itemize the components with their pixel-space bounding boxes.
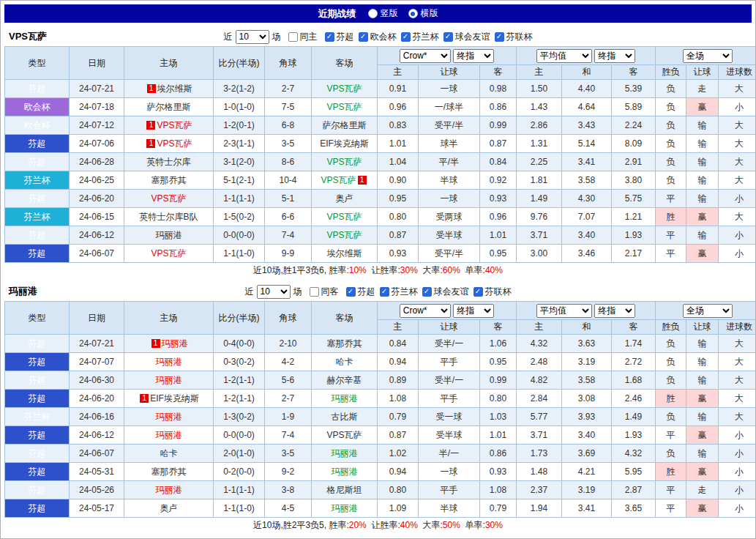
ah-time-select[interactable]: 终指 [453,304,494,318]
col-result-wdl: 胜负 [656,320,686,335]
team-label: 塞那乔其 [327,338,362,349]
result-overunder-cell: 大 [719,335,756,353]
away-team-cell: 奥卢 [312,190,378,208]
eu-source-select[interactable]: 平均值 [536,304,592,318]
eu-home-odds-cell: 1.43 [517,98,562,116]
corners-cell: 7-4 [265,426,312,445]
eu-away-odds-cell: 4.32 [612,445,656,463]
league-filter-checkbox[interactable]: 球会友谊 [422,286,469,298]
away-team-cell: 格尼斯坦 [312,481,378,499]
layout-radio[interactable]: 横版 [408,7,438,20]
home-team-cell: 哈卡 [124,445,214,463]
eu-away-odds-cell: 2.24 [612,116,656,135]
checkbox-icon [325,32,334,42]
result-wdl-cell: 平 [656,226,686,245]
scope-select[interactable]: 全场 [683,49,733,63]
ah-handicap-cell: 一/球半 [419,98,480,116]
eu-away-odds-cell: 1.74 [612,335,656,353]
match-count-select[interactable]: 10 [236,30,269,44]
result-handicap-cell: 赢 [686,208,719,226]
home-team-cell: VPS瓦萨 [124,190,214,208]
score-cell: 0-4(0-0) [214,335,265,353]
col-ah-handicap: 让球 [419,320,480,335]
match-row: 芬兰杯 24-06-16 玛丽港 1-3(0-2) 1-9 古比斯 0.79 受… [5,408,756,426]
score-cell: 1-2(0-1) [214,116,265,135]
score-cell: 1-1(1-0) [214,499,265,518]
league-cell: 芬超 [5,135,70,153]
page-title: 近期战绩 [318,7,356,21]
league-filter-checkbox[interactable]: 芬兰杯 [380,286,418,298]
eu-home-odds-cell: 1.31 [517,135,562,153]
col-away: 客场 [312,47,378,80]
league-cell: 欧会杯 [5,116,70,135]
ah-handicap-cell: 一球 [419,190,480,208]
match-count-select[interactable]: 10 [257,285,291,299]
red-card-badge: 1 [146,139,155,148]
league-filter-checkbox[interactable]: 芬联杯 [495,31,533,43]
result-handicap-cell: 赢 [686,245,719,263]
date-cell: 24-06-12 [70,226,124,245]
ah-home-odds-cell: 0.87 [378,226,419,245]
team-label: 格尼斯坦 [327,485,362,495]
page: 近期战绩 竖版 横版 VPS瓦萨 近 10 场 同主 芬超 欧会杯 芬兰杯 [0,0,756,539]
match-row: 芬超 24-06-12 玛丽港 0-0(0-0) 7-4 VPS瓦萨 0.87 … [5,226,756,245]
away-team-cell: VPS瓦萨1 [312,171,378,190]
league-filter-checkbox[interactable]: 芬兰杯 [401,31,439,43]
col-date: 日期 [70,47,124,80]
checkbox-label: 同客 [321,286,339,298]
result-handicap-cell: 输 [686,135,719,153]
league-filter-checkbox[interactable]: 芬联杯 [474,286,512,298]
scope-select[interactable]: 全场 [683,304,733,318]
bookmaker-select[interactable]: Crow* [400,304,451,318]
ah-time-select[interactable]: 终指 [453,49,494,63]
ah-handicap-cell: 受半球 [419,226,480,245]
eu-source-select[interactable]: 平均值 [536,49,592,63]
corners-cell: 3-5 [265,135,312,153]
league-cell: 芬超 [5,499,70,518]
home-team-cell: VPS瓦萨 [124,245,214,263]
league-filter-checkbox[interactable]: 球会友谊 [444,31,490,43]
team-label: 萨尔格里斯 [147,102,191,112]
team-label: 奥卢 [160,503,178,513]
team-label: VPS瓦萨 [326,430,362,440]
team-label: 玛丽港 [156,430,182,440]
result-overunder-cell: 大 [719,390,756,408]
league-cell: 芬超 [5,335,70,353]
match-row: 芬超 24-06-28 英特士尔库 3-1(2-0) 8-6 VPS瓦萨 1.0… [5,153,756,171]
eu-time-select[interactable]: 终指 [594,304,635,318]
ah-home-odds-cell: 1.01 [378,135,419,153]
bookmaker-select[interactable]: Crow* [400,49,451,63]
league-filter-checkbox[interactable]: 芬超 [346,286,375,298]
result-wdl-cell: 平 [656,190,686,208]
same-venue-checkbox[interactable]: 同主 [288,31,318,43]
col-date: 日期 [70,302,124,335]
ah-home-odds-cell: 1.09 [378,499,419,518]
league-cell: 欧会杯 [5,98,70,116]
eu-away-odds-cell: 5.39 [612,80,656,98]
team-label: 萨尔格里斯 [323,120,367,130]
team-label: 玛丽港 [332,503,358,513]
eu-time-select[interactable]: 终指 [594,49,635,63]
score-cell: 1-5(0-2) [214,208,265,226]
league-cell: 芬超 [5,390,70,408]
team-label: 埃尔维斯 [157,83,192,94]
team-label: 埃尔维斯 [327,248,362,259]
ah-handicap-cell: 半/一 [419,445,480,463]
eu-draw-odds-cell: 3.69 [562,445,612,463]
result-wdl-cell: 负 [656,371,686,390]
same-venue-checkbox[interactable]: 同客 [310,286,339,298]
layout-radio-group: 竖版 横版 [368,7,438,20]
match-row: 芬超 24-07-21 1埃尔维斯 3-2(1-2) 2-7 VPS瓦萨 0.9… [5,80,756,98]
home-team-cell: 萨尔格里斯 [124,98,214,116]
date-cell: 24-07-21 [70,80,124,98]
team-label: 赫尔辛基 [327,375,362,385]
layout-radio[interactable]: 竖版 [368,7,398,20]
result-handicap-cell: 输 [686,371,719,390]
league-filter-checkbox[interactable]: 芬超 [325,31,354,43]
league-filter-checkbox[interactable]: 欧会杯 [359,31,397,43]
team-label: VPS瓦萨 [326,83,362,94]
result-scope-group-header: 全场 [656,47,756,65]
match-row: 芬兰杯 24-06-25 塞那乔其 5-1(2-1) 10-4 VPS瓦萨1 0… [5,171,756,190]
corners-cell: 2-10 [265,335,312,353]
col-result-handicap: 让球 [686,320,719,335]
